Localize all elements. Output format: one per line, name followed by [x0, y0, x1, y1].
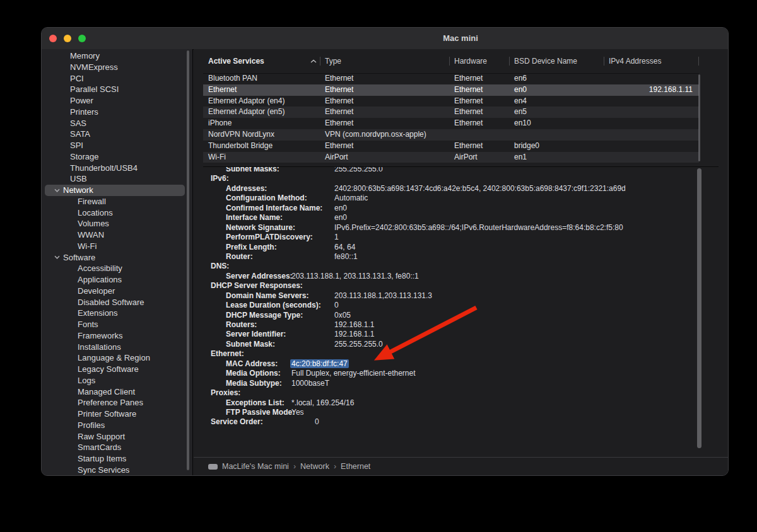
- sidebar-item-thunderbolt-usb4[interactable]: Thunderbolt/USB4: [45, 163, 185, 174]
- breadcrumb-item-ethernet[interactable]: Ethernet: [341, 462, 370, 471]
- column-header-bsd-device-name[interactable]: BSD Device Name: [509, 55, 604, 67]
- sidebar-item-volumes[interactable]: Volumes: [45, 218, 185, 229]
- sidebar-item-label: Parallel SCSI: [45, 84, 119, 95]
- sidebar-item-sata[interactable]: SATA: [45, 129, 185, 140]
- sidebar-item-storage[interactable]: Storage: [45, 151, 185, 163]
- sidebar-item-usb[interactable]: USB: [45, 173, 185, 185]
- sidebar-item-parallel-scsi[interactable]: Parallel SCSI: [45, 84, 185, 95]
- table-row-nordvpn-nordlynx[interactable]: NordVPN NordLynxVPN (com.nordvpn.osx-app…: [203, 129, 699, 141]
- sidebar-item-wwan[interactable]: WWAN: [45, 229, 185, 241]
- sidebar-item-label: Software: [61, 252, 95, 263]
- table-row-ethernet-adaptor-en4[interactable]: Ethernet Adaptor (en4)EthernetEtherneten…: [203, 96, 699, 107]
- sidebar-item-raw-support[interactable]: Raw Support: [45, 431, 185, 442]
- sidebar-item-sync-services[interactable]: Sync Services: [45, 465, 185, 475]
- sidebar-item-firewall[interactable]: Firewall: [45, 196, 185, 207]
- sidebar-item-managed-client[interactable]: Managed Client: [45, 386, 185, 398]
- window-controls: [49, 35, 86, 42]
- detail-line-routers: Routers:192.168.1.1: [211, 320, 719, 330]
- table-row-ethernet[interactable]: EthernetEthernetEtherneten0192.168.1.11: [203, 84, 699, 96]
- breadcrumb-item-device[interactable]: MacLife's Mac mini: [222, 462, 289, 471]
- detail-line-server-addresses: Server Addresses:203.113.188.1, 203.113.…: [211, 272, 719, 281]
- sidebar-item-label: SATA: [45, 129, 90, 140]
- sidebar-item-extensions[interactable]: Extensions: [45, 308, 185, 319]
- sidebar-item-accessibility[interactable]: Accessibility: [45, 263, 185, 274]
- sidebar-item-power[interactable]: Power: [45, 95, 185, 107]
- sidebar-item-software[interactable]: Software: [45, 252, 185, 263]
- titlebar[interactable]: Mac mini: [42, 28, 728, 50]
- sidebar-item-installations[interactable]: Installations: [45, 342, 185, 353]
- sidebar-item-locations[interactable]: Locations: [45, 207, 185, 219]
- table-cell: Ethernet Adaptor (en4): [203, 96, 320, 107]
- sidebar-item-profiles[interactable]: Profiles: [45, 420, 185, 431]
- close-button[interactable]: [49, 35, 57, 42]
- detail-line-server-identifier: Server Identifier:192.168.1.1: [211, 330, 719, 339]
- detail-label: Server Addresses:: [226, 272, 291, 281]
- detail-label: Router:: [226, 252, 334, 262]
- table-cell: [604, 129, 699, 141]
- sidebar-item-sas[interactable]: SAS: [45, 118, 185, 129]
- sidebar-item-smartcards[interactable]: SmartCards: [45, 442, 185, 453]
- sidebar-item-preference-panes[interactable]: Preference Panes: [45, 397, 185, 408]
- sidebar-item-network[interactable]: Network: [45, 185, 185, 196]
- column-header-label: Active Services: [208, 55, 264, 67]
- detail-value: *.local, 169.254/16: [291, 398, 354, 407]
- table-row-bluetooth-pan[interactable]: Bluetooth PANEthernetEtherneten6: [203, 73, 699, 84]
- table-cell: Ethernet: [320, 118, 449, 129]
- detail-label: DHCP Server Responses:: [211, 281, 303, 291]
- detail-line-ethernet: Ethernet:: [211, 349, 719, 359]
- zoom-button[interactable]: [78, 35, 86, 42]
- detail-line-lease-duration-seconds: Lease Duration (seconds):0: [211, 301, 719, 310]
- detail-line-performplatdiscovery: PerformPLATDiscovery:1: [211, 233, 719, 242]
- sidebar-item-nvmexpress[interactable]: NVMExpress: [45, 62, 185, 73]
- column-header-hardware[interactable]: Hardware: [449, 55, 509, 67]
- sidebar-item-label: Language & Region: [45, 352, 150, 364]
- sidebar-item-language-region[interactable]: Language & Region: [45, 352, 185, 364]
- detail-label: Ethernet:: [211, 349, 244, 359]
- detail-line-addresses: Addresses:2402:800:63b5:a698:1437:4cd6:a…: [211, 184, 719, 194]
- detail-label: Server Identifier:: [226, 330, 334, 339]
- sidebar-item-printers[interactable]: Printers: [45, 107, 185, 118]
- details-scrollbar[interactable]: [697, 168, 701, 448]
- chevron-down-icon[interactable]: [54, 255, 61, 259]
- column-header-active-services[interactable]: Active Services: [203, 55, 320, 67]
- sidebar-item-wi-fi[interactable]: Wi-Fi: [45, 241, 185, 252]
- sidebar-item-developer[interactable]: Developer: [45, 286, 185, 297]
- sidebar-item-memory[interactable]: Memory: [45, 50, 185, 62]
- table-cell: en0: [509, 84, 604, 96]
- sidebar-item-label: Disabled Software: [45, 297, 144, 308]
- column-header-type[interactable]: Type: [320, 55, 449, 67]
- table-scrollbar[interactable]: [698, 74, 700, 161]
- sidebar-item-printer-software[interactable]: Printer Software: [45, 408, 185, 420]
- sidebar-scrollbar[interactable]: [187, 50, 189, 470]
- detail-line-confirmed-interface-name: Confirmed Interface Name:en0: [211, 204, 719, 213]
- breadcrumb-item-network[interactable]: Network: [300, 462, 329, 471]
- sidebar-item-legacy-software[interactable]: Legacy Software: [45, 364, 185, 375]
- detail-line-subnet-masks: Subnet Masks:255.255.255.0: [211, 166, 719, 174]
- sidebar-item-disabled-software[interactable]: Disabled Software: [45, 297, 185, 308]
- sidebar-item-fonts[interactable]: Fonts: [45, 319, 185, 330]
- sidebar-item-label: Printer Software: [45, 408, 136, 420]
- table-row-ethernet-adaptor-en5[interactable]: Ethernet Adaptor (en5)EthernetEtherneten…: [203, 107, 699, 118]
- detail-value: IPv6.Prefix=2402:800:63b5:a698::/64;IPv6…: [334, 223, 623, 232]
- table-cell: Ethernet: [449, 73, 509, 84]
- sidebar-item-label: SPI: [45, 140, 83, 151]
- sidebar-item-startup-items[interactable]: Startup Items: [45, 453, 185, 465]
- table-cell: [604, 152, 699, 163]
- column-header-ipv4-addresses[interactable]: IPv4 Addresses: [604, 55, 699, 67]
- sidebar-item-pci[interactable]: PCI: [45, 73, 185, 84]
- minimize-button[interactable]: [64, 35, 71, 42]
- table-row-iphone[interactable]: iPhoneEthernetEtherneten10: [203, 118, 699, 129]
- detail-label: Confirmed Interface Name:: [226, 204, 334, 213]
- detail-label: Proxies:: [211, 388, 240, 398]
- sidebar-item-frameworks[interactable]: Frameworks: [45, 330, 185, 342]
- table-row-thunderbolt-bridge[interactable]: Thunderbolt BridgeEthernetEthernetbridge…: [203, 141, 699, 152]
- mac-address-value[interactable]: 4c:20:b8:df:fc:47: [290, 359, 349, 368]
- chevron-down-icon[interactable]: [54, 188, 61, 192]
- table-row-wi-fi[interactable]: Wi-FiAirPortAirPorten1: [203, 152, 699, 163]
- sidebar-item-applications[interactable]: Applications: [45, 274, 185, 286]
- sidebar-item-logs[interactable]: Logs: [45, 375, 185, 386]
- mac-mini-icon: [208, 464, 218, 470]
- detail-line-subnet-mask: Subnet Mask:255.255.255.0: [211, 340, 719, 349]
- table-cell: [604, 96, 699, 107]
- sidebar-item-spi[interactable]: SPI: [45, 140, 185, 151]
